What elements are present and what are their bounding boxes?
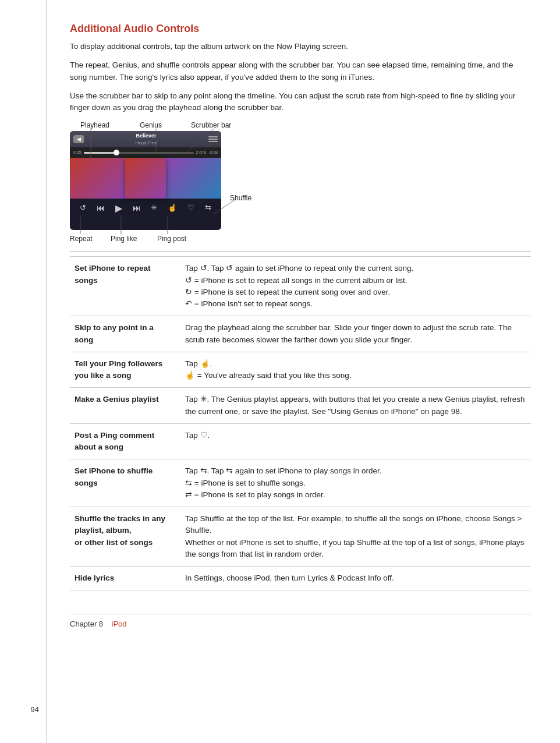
table-row: Hide lyrics In Settings, choose iPod, th… (70, 567, 531, 590)
action-cell: Set iPhone to shuffle songs (70, 459, 180, 507)
table-row: Tell your Ping followers you like a song… (70, 352, 531, 388)
label-repeat: Repeat (70, 234, 93, 244)
label-genius: Genius (140, 121, 162, 130)
action-cell: Post a Ping comment about a song (70, 423, 180, 459)
iphone-song-artist: Head First (86, 140, 206, 147)
description-cell: Drag the playhead along the scrubber bar… (180, 316, 531, 352)
action-label: Make a Genius playlist (75, 395, 159, 404)
time-remaining: -3:08 (208, 150, 218, 155)
left-margin: 94 (0, 0, 47, 743)
table-row: Post a Ping comment about a song Tap ♡. (70, 423, 531, 459)
action-label: Tell your Ping followers you like a song (75, 359, 162, 380)
action-label: Set iPhone to shuffle songs (75, 466, 153, 487)
action-cell: Tell your Ping followers you like a song (70, 352, 180, 388)
table-row: Set iPhone to repeat songs Tap ↺. Tap ↺ … (70, 257, 531, 316)
iphone-song-title: Believer (86, 132, 206, 140)
main-content: Additional Audio Controls To display add… (47, 0, 560, 743)
table-row: Shuffle the tracks in any playlist, albu… (70, 507, 531, 567)
chapter-link-label: iPod (112, 620, 127, 628)
intro-paragraph-2: The repeat, Genius, and shuffle controls… (70, 59, 531, 83)
description-cell: Tap ↺. Tap ↺ again to set iPhone to repe… (180, 257, 531, 316)
iphone-menu-button (208, 136, 218, 143)
play-pause-icon: ▶ (115, 201, 122, 215)
page-number: 94 (31, 705, 39, 716)
iphone-title-area: Believer Head First (86, 132, 206, 147)
action-label: Skip to any point in a song (75, 323, 154, 344)
section-title: Additional Audio Controls (70, 21, 531, 36)
iphone-mockup: ◀ Believer Head First 0:35 (70, 131, 221, 230)
label-ping-post: Ping post (157, 234, 186, 244)
time-elapsed: 0:35 (73, 150, 81, 155)
page: 94 Additional Audio Controls To display … (0, 0, 560, 743)
description-cell: In Settings, choose iPod, then turn Lyri… (180, 567, 531, 590)
action-label: Shuffle the tracks in any playlist, albu… (75, 514, 165, 547)
album-artwork (70, 158, 221, 199)
table-row: Skip to any point in a song Drag the pla… (70, 316, 531, 352)
footer: Chapter 8 iPod (70, 614, 531, 630)
iphone-controls-bar: ↺ ⏮ ▶ ⏭ ✳ ☝ ♡ ⇆ (70, 199, 221, 217)
action-cell: Shuffle the tracks in any playlist, albu… (70, 507, 180, 567)
repeat-icon: ↺ (80, 203, 86, 214)
track-count: 2 of 9 (196, 150, 207, 155)
chapter-label: Chapter 8 (70, 620, 103, 628)
genius-icon: ✳ (151, 203, 157, 214)
footer-chapter: Chapter 8 iPod (70, 619, 127, 630)
description-cell: Tap Shuffle at the top of the list. For … (180, 507, 531, 567)
action-cell: Hide lyrics (70, 567, 180, 590)
ping-like-icon: ☝ (168, 203, 177, 214)
intro-paragraph-1: To display additional controls, tap the … (70, 41, 531, 52)
action-label: Hide lyrics (75, 574, 114, 582)
label-playhead: Playhead (80, 121, 109, 130)
description-cell: Tap ⇆. Tap ⇆ again to set iPhone to play… (180, 459, 531, 507)
action-cell: Make a Genius playlist (70, 388, 180, 424)
description-cell: Tap ✳. The Genius playlist appears, with… (180, 388, 531, 424)
scrubber-playhead (114, 150, 119, 155)
description-cell: Tap ♡. (180, 423, 531, 459)
label-scrubber-bar: Scrubber bar (191, 121, 231, 130)
action-label: Set iPhone to repeat songs (75, 264, 151, 284)
scrubber-bar-area: 0:35 2 of 9 -3:08 (70, 147, 221, 158)
shuffle-icon: ⇆ (205, 203, 211, 214)
label-shuffle: Shuffle (230, 193, 251, 203)
description-cell: Tap ☝. ☝ = You've already said that you … (180, 352, 531, 388)
action-cell: Set iPhone to repeat songs (70, 257, 180, 316)
label-ping-like: Ping like (111, 234, 137, 244)
next-icon: ⏭ (133, 202, 141, 214)
diagram: Playhead Genius Scrubber bar Shuffle Rep… (70, 121, 361, 249)
table-row: Make a Genius playlist Tap ✳. The Genius… (70, 388, 531, 424)
controls-table: Set iPhone to repeat songs Tap ↺. Tap ↺ … (70, 256, 531, 590)
ping-post-icon: ♡ (187, 203, 194, 214)
previous-icon: ⏮ (97, 202, 105, 214)
table-row: Set iPhone to shuffle songs Tap ⇆. Tap ⇆… (70, 459, 531, 507)
action-cell: Skip to any point in a song (70, 316, 180, 352)
scrubber-bar (84, 152, 194, 154)
iphone-back-button: ◀ (73, 135, 84, 143)
action-label: Post a Ping comment about a song (75, 431, 154, 451)
scrubber-progress (84, 152, 117, 154)
intro-paragraph-3: Use the scrubber bar to skip to any poin… (70, 90, 531, 114)
